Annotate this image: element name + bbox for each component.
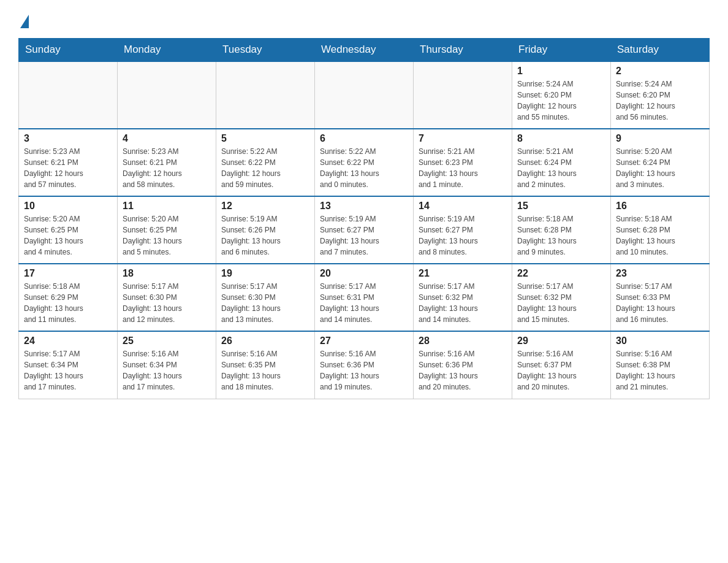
day-number: 22 [517, 268, 605, 279]
calendar-cell: 22Sunrise: 5:17 AM Sunset: 6:32 PM Dayli… [512, 264, 611, 331]
calendar-cell: 15Sunrise: 5:18 AM Sunset: 6:28 PM Dayli… [512, 196, 611, 264]
day-info: Sunrise: 5:16 AM Sunset: 6:34 PM Dayligh… [123, 348, 211, 393]
weekday-header-tuesday: Tuesday [216, 39, 315, 62]
calendar-cell: 30Sunrise: 5:16 AM Sunset: 6:38 PM Dayli… [611, 331, 710, 399]
day-number: 12 [221, 201, 309, 212]
day-info: Sunrise: 5:17 AM Sunset: 6:32 PM Dayligh… [517, 281, 605, 325]
day-number: 23 [616, 268, 704, 279]
calendar-table: SundayMondayTuesdayWednesdayThursdayFrid… [18, 38, 710, 399]
day-info: Sunrise: 5:19 AM Sunset: 6:27 PM Dayligh… [419, 213, 507, 258]
weekday-header-thursday: Thursday [414, 39, 512, 62]
day-info: Sunrise: 5:20 AM Sunset: 6:25 PM Dayligh… [123, 213, 211, 258]
logo-triangle-icon [20, 15, 29, 28]
day-number: 7 [419, 133, 507, 144]
day-info: Sunrise: 5:20 AM Sunset: 6:25 PM Dayligh… [24, 213, 112, 258]
day-info: Sunrise: 5:17 AM Sunset: 6:32 PM Dayligh… [419, 281, 507, 325]
calendar-cell: 8Sunrise: 5:21 AM Sunset: 6:24 PM Daylig… [512, 129, 611, 196]
day-info: Sunrise: 5:17 AM Sunset: 6:31 PM Dayligh… [320, 281, 408, 325]
calendar-cell [216, 61, 315, 129]
calendar-cell: 16Sunrise: 5:18 AM Sunset: 6:28 PM Dayli… [611, 196, 710, 264]
day-info: Sunrise: 5:16 AM Sunset: 6:36 PM Dayligh… [419, 348, 507, 393]
calendar-cell: 10Sunrise: 5:20 AM Sunset: 6:25 PM Dayli… [19, 196, 118, 264]
day-info: Sunrise: 5:22 AM Sunset: 6:22 PM Dayligh… [221, 146, 309, 190]
day-number: 6 [320, 133, 408, 144]
calendar-cell: 9Sunrise: 5:20 AM Sunset: 6:24 PM Daylig… [611, 129, 710, 196]
weekday-header-row: SundayMondayTuesdayWednesdayThursdayFrid… [19, 39, 710, 62]
day-info: Sunrise: 5:24 AM Sunset: 6:20 PM Dayligh… [517, 79, 605, 123]
day-info: Sunrise: 5:17 AM Sunset: 6:30 PM Dayligh… [221, 281, 309, 325]
day-info: Sunrise: 5:17 AM Sunset: 6:34 PM Dayligh… [24, 348, 112, 393]
day-info: Sunrise: 5:22 AM Sunset: 6:22 PM Dayligh… [320, 146, 408, 190]
day-number: 11 [123, 201, 211, 212]
day-info: Sunrise: 5:17 AM Sunset: 6:33 PM Dayligh… [616, 281, 704, 325]
day-info: Sunrise: 5:17 AM Sunset: 6:30 PM Dayligh… [123, 281, 211, 325]
calendar-cell: 29Sunrise: 5:16 AM Sunset: 6:37 PM Dayli… [512, 331, 611, 399]
day-number: 25 [123, 335, 211, 347]
day-info: Sunrise: 5:21 AM Sunset: 6:23 PM Dayligh… [419, 146, 507, 190]
day-info: Sunrise: 5:16 AM Sunset: 6:38 PM Dayligh… [616, 348, 704, 393]
calendar-cell: 28Sunrise: 5:16 AM Sunset: 6:36 PM Dayli… [414, 331, 512, 399]
day-number: 8 [517, 133, 605, 144]
calendar-cell: 25Sunrise: 5:16 AM Sunset: 6:34 PM Dayli… [118, 331, 216, 399]
day-number: 1 [517, 66, 605, 77]
calendar-cell: 1Sunrise: 5:24 AM Sunset: 6:20 PM Daylig… [512, 61, 611, 129]
calendar-cell [19, 61, 118, 129]
day-info: Sunrise: 5:19 AM Sunset: 6:27 PM Dayligh… [320, 213, 408, 258]
day-number: 19 [221, 268, 309, 279]
week-row-1: 1Sunrise: 5:24 AM Sunset: 6:20 PM Daylig… [19, 61, 710, 129]
day-info: Sunrise: 5:23 AM Sunset: 6:21 PM Dayligh… [123, 146, 211, 190]
day-number: 9 [616, 133, 704, 144]
calendar-cell: 5Sunrise: 5:22 AM Sunset: 6:22 PM Daylig… [216, 129, 315, 196]
day-number: 3 [24, 133, 112, 144]
week-row-2: 3Sunrise: 5:23 AM Sunset: 6:21 PM Daylig… [19, 129, 710, 196]
day-info: Sunrise: 5:21 AM Sunset: 6:24 PM Dayligh… [517, 146, 605, 190]
logo [18, 12, 29, 26]
calendar-cell: 24Sunrise: 5:17 AM Sunset: 6:34 PM Dayli… [19, 331, 118, 399]
calendar-cell: 19Sunrise: 5:17 AM Sunset: 6:30 PM Dayli… [216, 264, 315, 331]
day-number: 18 [123, 268, 211, 279]
day-number: 17 [24, 268, 112, 279]
calendar-cell: 4Sunrise: 5:23 AM Sunset: 6:21 PM Daylig… [118, 129, 216, 196]
calendar-cell [414, 61, 512, 129]
calendar-cell [118, 61, 216, 129]
calendar-cell: 20Sunrise: 5:17 AM Sunset: 6:31 PM Dayli… [315, 264, 414, 331]
weekday-header-monday: Monday [118, 39, 216, 62]
week-row-4: 17Sunrise: 5:18 AM Sunset: 6:29 PM Dayli… [19, 264, 710, 331]
day-number: 5 [221, 133, 309, 144]
calendar-cell: 2Sunrise: 5:24 AM Sunset: 6:20 PM Daylig… [611, 61, 710, 129]
day-info: Sunrise: 5:19 AM Sunset: 6:26 PM Dayligh… [221, 213, 309, 258]
day-number: 28 [419, 335, 507, 347]
day-number: 10 [24, 201, 112, 212]
calendar-cell: 27Sunrise: 5:16 AM Sunset: 6:36 PM Dayli… [315, 331, 414, 399]
day-info: Sunrise: 5:16 AM Sunset: 6:37 PM Dayligh… [517, 348, 605, 393]
calendar-cell: 11Sunrise: 5:20 AM Sunset: 6:25 PM Dayli… [118, 196, 216, 264]
calendar-cell [315, 61, 414, 129]
day-number: 14 [419, 201, 507, 212]
calendar-cell: 23Sunrise: 5:17 AM Sunset: 6:33 PM Dayli… [611, 264, 710, 331]
day-number: 27 [320, 335, 408, 347]
calendar-cell: 17Sunrise: 5:18 AM Sunset: 6:29 PM Dayli… [19, 264, 118, 331]
day-info: Sunrise: 5:16 AM Sunset: 6:35 PM Dayligh… [221, 348, 309, 393]
calendar-cell: 21Sunrise: 5:17 AM Sunset: 6:32 PM Dayli… [414, 264, 512, 331]
week-row-3: 10Sunrise: 5:20 AM Sunset: 6:25 PM Dayli… [19, 196, 710, 264]
day-info: Sunrise: 5:23 AM Sunset: 6:21 PM Dayligh… [24, 146, 112, 190]
day-info: Sunrise: 5:20 AM Sunset: 6:24 PM Dayligh… [616, 146, 704, 190]
weekday-header-saturday: Saturday [611, 39, 710, 62]
day-info: Sunrise: 5:18 AM Sunset: 6:29 PM Dayligh… [24, 281, 112, 325]
day-info: Sunrise: 5:24 AM Sunset: 6:20 PM Dayligh… [616, 79, 704, 123]
weekday-header-wednesday: Wednesday [315, 39, 414, 62]
calendar-cell: 6Sunrise: 5:22 AM Sunset: 6:22 PM Daylig… [315, 129, 414, 196]
day-number: 21 [419, 268, 507, 279]
calendar-cell: 18Sunrise: 5:17 AM Sunset: 6:30 PM Dayli… [118, 264, 216, 331]
day-number: 29 [517, 335, 605, 347]
day-number: 15 [517, 201, 605, 212]
weekday-header-sunday: Sunday [19, 39, 118, 62]
day-number: 13 [320, 201, 408, 212]
calendar-cell: 3Sunrise: 5:23 AM Sunset: 6:21 PM Daylig… [19, 129, 118, 196]
day-number: 26 [221, 335, 309, 347]
day-number: 4 [123, 133, 211, 144]
calendar-cell: 26Sunrise: 5:16 AM Sunset: 6:35 PM Dayli… [216, 331, 315, 399]
day-info: Sunrise: 5:18 AM Sunset: 6:28 PM Dayligh… [616, 213, 704, 258]
week-row-5: 24Sunrise: 5:17 AM Sunset: 6:34 PM Dayli… [19, 331, 710, 399]
calendar-cell: 12Sunrise: 5:19 AM Sunset: 6:26 PM Dayli… [216, 196, 315, 264]
